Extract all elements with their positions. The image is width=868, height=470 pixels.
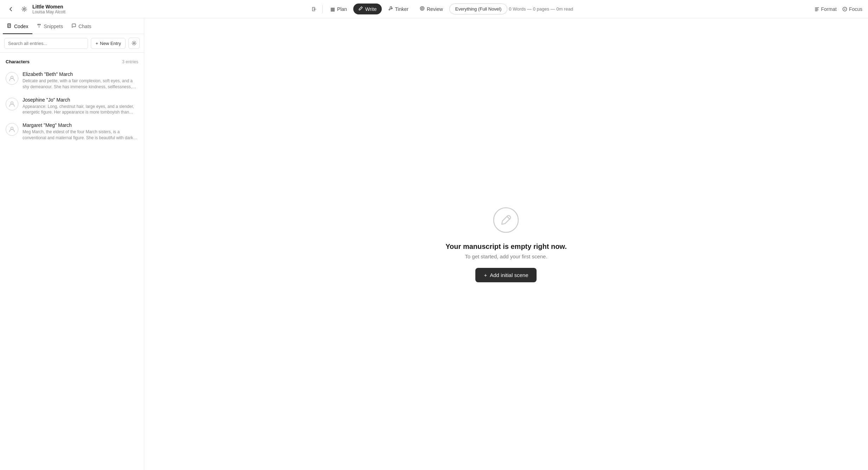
new-entry-label: New Entry — [100, 41, 121, 46]
plus-icon: + — [95, 41, 98, 46]
avatar — [6, 72, 18, 85]
format-button[interactable]: Format — [815, 6, 837, 12]
format-label: Format — [821, 6, 837, 12]
svg-point-2 — [421, 8, 423, 9]
entry-text: Josephine "Jo" March Appearance: Long, c… — [23, 97, 138, 116]
avatar — [6, 123, 18, 136]
section-title: Characters — [6, 59, 30, 64]
tinker-icon — [388, 6, 393, 12]
tab-codex-label: Codex — [14, 24, 28, 29]
nav-center: ▦ Plan Write Tinker — [80, 4, 802, 14]
entry-name: Margaret "Meg" March — [23, 122, 138, 128]
svg-point-4 — [844, 8, 845, 9]
focus-label: Focus — [849, 6, 862, 12]
review-label: Review — [427, 6, 443, 12]
entry-text: Margaret "Meg" March Meg March, the elde… — [23, 122, 138, 141]
search-input[interactable] — [4, 38, 88, 49]
focus-button[interactable]: Focus — [842, 6, 862, 12]
svg-point-1 — [420, 7, 424, 11]
entry-description: Meg March, the eldest of the four March … — [23, 129, 138, 141]
list-item[interactable]: Elizabeth "Beth" March Delicate and peti… — [0, 68, 144, 94]
codex-icon — [7, 23, 12, 29]
sidebar-tabs: Codex Snippets Chats — [0, 18, 144, 34]
chats-icon — [71, 23, 76, 29]
filter-button[interactable]: Everything (Full Novel) — [449, 4, 508, 14]
write-label: Write — [365, 6, 376, 12]
tab-snippets-label: Snippets — [44, 24, 63, 29]
project-info-section: Little Women Louisa May Alcott — [6, 4, 76, 14]
write-tab-button[interactable]: Write — [353, 4, 381, 14]
project-author: Louisa May Alcott — [32, 9, 65, 14]
plan-icon: ▦ — [330, 6, 335, 12]
snippets-icon — [37, 23, 42, 29]
plan-tab-button[interactable]: ▦ Plan — [325, 4, 352, 14]
tinker-label: Tinker — [395, 6, 408, 12]
sidebar: Codex Snippets Chats — [0, 18, 144, 470]
tab-codex[interactable]: Codex — [3, 18, 32, 34]
tab-snippets[interactable]: Snippets — [32, 18, 67, 34]
list-item[interactable]: Josephine "Jo" March Appearance: Long, c… — [0, 94, 144, 119]
review-icon — [420, 6, 425, 12]
add-scene-plus-icon: + — [484, 272, 487, 278]
plan-label: Plan — [337, 6, 347, 12]
sidebar-settings-button[interactable] — [128, 38, 140, 49]
entry-description: Delicate and petite, with a fair complex… — [23, 78, 138, 90]
main-layout: Codex Snippets Chats — [0, 18, 868, 470]
tab-chats[interactable]: Chats — [67, 18, 96, 34]
avatar — [6, 98, 18, 110]
sidebar-toolbar: + New Entry — [0, 34, 144, 53]
sidebar-content: Characters 3 entries Elizabeth "Beth" Ma… — [0, 53, 144, 470]
entry-name: Elizabeth "Beth" March — [23, 71, 138, 77]
list-item[interactable]: Margaret "Meg" March Meg March, the elde… — [0, 119, 144, 144]
add-scene-label: Add initial scene — [490, 272, 528, 278]
empty-state-icon — [492, 206, 520, 234]
empty-state-title: Your manuscript is empty right now. — [445, 243, 566, 251]
svg-point-10 — [494, 208, 518, 232]
characters-section-header: Characters 3 entries — [0, 57, 144, 68]
nav-right: Format Focus — [806, 6, 862, 12]
tinker-tab-button[interactable]: Tinker — [383, 4, 413, 14]
tab-chats-label: Chats — [78, 24, 91, 29]
entry-name: Josephine "Jo" March — [23, 97, 138, 103]
entry-description: Appearance: Long, chestnut hair, large e… — [23, 104, 138, 116]
collapse-sidebar-button[interactable] — [309, 4, 319, 14]
empty-state-subtitle: To get started, add your first scene. — [465, 253, 547, 259]
new-entry-button[interactable]: + New Entry — [91, 38, 126, 49]
stats-text: 0 Words — 0 pages — 0m read — [509, 6, 573, 12]
review-tab-button[interactable]: Review — [415, 4, 448, 14]
settings-button[interactable] — [19, 4, 30, 14]
add-scene-button[interactable]: + Add initial scene — [475, 268, 537, 282]
section-count: 3 entries — [122, 59, 138, 64]
empty-state: Your manuscript is empty right now. To g… — [445, 206, 566, 282]
main-content: Your manuscript is empty right now. To g… — [144, 18, 868, 470]
svg-point-6 — [133, 43, 135, 44]
entry-text: Elizabeth "Beth" March Delicate and peti… — [23, 71, 138, 90]
top-nav: Little Women Louisa May Alcott ▦ Plan Wr… — [0, 0, 868, 18]
project-info: Little Women Louisa May Alcott — [32, 4, 65, 14]
filter-label: Everything (Full Novel) — [455, 6, 502, 12]
write-icon — [358, 6, 363, 12]
project-title: Little Women — [32, 4, 65, 9]
svg-point-0 — [24, 8, 25, 10]
nav-divider — [322, 5, 323, 13]
back-button[interactable] — [6, 4, 16, 14]
